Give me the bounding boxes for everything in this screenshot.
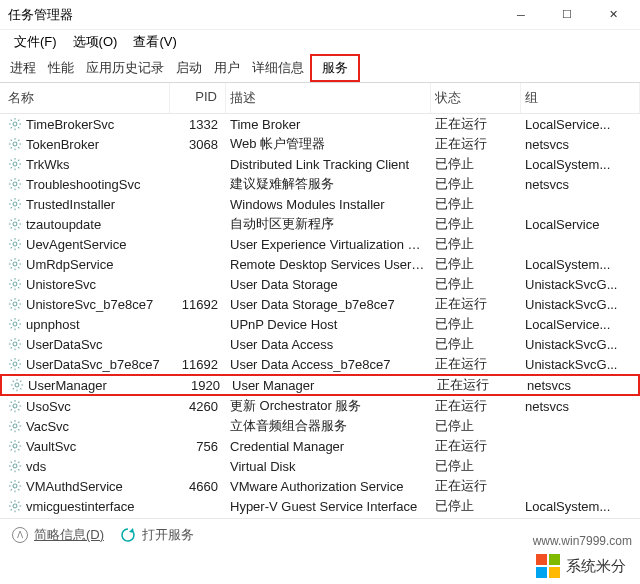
service-status: 正在运行 — [431, 355, 521, 373]
table-row[interactable]: VaultSvc756Credential Manager正在运行 — [0, 436, 640, 456]
service-status: 已停止 — [431, 335, 521, 353]
service-status: 已停止 — [431, 457, 521, 475]
fewer-details-label: 简略信息(D) — [34, 526, 104, 544]
titlebar[interactable]: 任务管理器 ─ ☐ ✕ — [0, 0, 640, 30]
svg-point-81 — [13, 302, 17, 306]
column-desc[interactable]: 描述 — [226, 83, 431, 113]
table-row[interactable]: UserDataSvcUser Data Access已停止UnistackSv… — [0, 334, 640, 354]
close-button[interactable]: ✕ — [590, 0, 636, 30]
service-pid: 756 — [170, 439, 226, 454]
svg-line-71 — [18, 260, 19, 261]
svg-point-153 — [13, 464, 17, 468]
service-name: UserDataSvc — [26, 337, 103, 352]
tab-users[interactable]: 用户 — [208, 54, 246, 82]
svg-line-17 — [18, 140, 19, 141]
service-desc: User Experience Virtualization Se... — [226, 237, 431, 252]
svg-line-122 — [13, 381, 14, 382]
table-row[interactable]: UserDataSvc_b7e8ce711692User Data Access… — [0, 354, 640, 374]
grid-header: 名称 PID 描述 状态 组 — [0, 83, 640, 114]
service-status: 已停止 — [431, 215, 521, 233]
table-row[interactable]: VacSvc立体音频组合器服务已停止 — [0, 416, 640, 436]
table-row[interactable]: UnistoreSvc_b7e8ce711692User Data Storag… — [0, 294, 640, 314]
table-row[interactable]: TimeBrokerSvc1332Time Broker正在运行LocalSer… — [0, 114, 640, 134]
svg-point-90 — [13, 322, 17, 326]
table-row[interactable]: UsoSvc4260更新 Orchestrator 服务正在运行netsvcs — [0, 396, 640, 416]
column-name[interactable]: 名称 — [0, 83, 170, 113]
gear-icon — [8, 257, 22, 271]
tab-details[interactable]: 详细信息 — [246, 54, 310, 82]
gear-icon — [8, 399, 22, 413]
svg-point-108 — [13, 362, 17, 366]
service-name: UserManager — [28, 378, 107, 393]
svg-line-59 — [11, 240, 12, 241]
svg-point-117 — [15, 383, 19, 387]
tab-app-history[interactable]: 应用历史记录 — [80, 54, 170, 82]
service-desc: Web 帐户管理器 — [226, 135, 431, 153]
service-pid: 11692 — [170, 357, 226, 372]
fewer-details-button[interactable]: ᐱ 简略信息(D) — [12, 526, 104, 544]
svg-line-6 — [18, 127, 19, 128]
tab-services[interactable]: 服务 — [310, 54, 360, 82]
svg-point-171 — [13, 504, 17, 508]
tab-bar: 进程 性能 应用历史记录 启动 用户 详细信息 服务 — [0, 54, 640, 83]
column-status[interactable]: 状态 — [431, 83, 521, 113]
svg-line-106 — [11, 347, 12, 348]
table-row[interactable]: TrustedInstallerWindows Modules Installe… — [0, 194, 640, 214]
service-status: 已停止 — [431, 497, 521, 515]
window-title: 任务管理器 — [8, 6, 73, 24]
table-row[interactable]: TokenBroker3068Web 帐户管理器正在运行netsvcs — [0, 134, 640, 154]
tab-startup[interactable]: 启动 — [170, 54, 208, 82]
svg-line-167 — [11, 482, 12, 483]
svg-point-162 — [13, 484, 17, 488]
column-pid[interactable]: PID — [170, 83, 226, 113]
tab-processes[interactable]: 进程 — [4, 54, 42, 82]
svg-line-142 — [11, 429, 12, 430]
svg-line-34 — [11, 187, 12, 188]
table-row[interactable]: UserManager1920User Manager正在运行netsvcs — [0, 374, 640, 396]
service-pid: 4660 — [170, 479, 226, 494]
svg-line-115 — [11, 367, 12, 368]
service-desc: Credential Manager — [226, 439, 431, 454]
svg-line-80 — [18, 280, 19, 281]
menu-options[interactable]: 选项(O) — [65, 31, 126, 53]
svg-line-134 — [18, 402, 19, 403]
service-pid: 3068 — [170, 137, 226, 152]
table-row[interactable]: VMAuthdService4660VMware Authorization S… — [0, 476, 640, 496]
service-status: 正在运行 — [431, 437, 521, 455]
menu-file[interactable]: 文件(F) — [6, 31, 65, 53]
service-status: 已停止 — [431, 315, 521, 333]
tab-performance[interactable]: 性能 — [42, 54, 80, 82]
table-row[interactable]: vdsVirtual Disk已停止 — [0, 456, 640, 476]
table-row[interactable]: tzautoupdate自动时区更新程序已停止LocalService — [0, 214, 640, 234]
service-desc: 更新 Orchestrator 服务 — [226, 397, 431, 415]
table-row[interactable]: TrkWksDistributed Link Tracking Client已停… — [0, 154, 640, 174]
svg-point-45 — [13, 222, 17, 226]
table-row[interactable]: UevAgentServiceUser Experience Virtualiz… — [0, 234, 640, 254]
column-group[interactable]: 组 — [521, 83, 640, 113]
table-row[interactable]: vmicguestinterfaceHyper-V Guest Service … — [0, 496, 640, 516]
svg-line-176 — [11, 502, 12, 503]
service-group: netsvcs — [523, 378, 638, 393]
svg-line-16 — [11, 147, 12, 148]
service-desc: User Data Storage — [226, 277, 431, 292]
svg-line-5 — [11, 120, 12, 121]
table-row[interactable]: UmRdpServiceRemote Desktop Services User… — [0, 254, 640, 274]
service-desc: User Data Access_b7e8ce7 — [226, 357, 431, 372]
open-services-button[interactable]: 打开服务 — [120, 526, 194, 544]
svg-line-52 — [11, 227, 12, 228]
table-row[interactable]: upnphostUPnP Device Host已停止LocalService.… — [0, 314, 640, 334]
maximize-button[interactable]: ☐ — [544, 0, 590, 30]
table-row[interactable]: UnistoreSvcUser Data Storage已停止UnistackS… — [0, 274, 640, 294]
svg-line-141 — [18, 429, 19, 430]
svg-line-125 — [20, 381, 21, 382]
service-name: TimeBrokerSvc — [26, 117, 114, 132]
menu-view[interactable]: 查看(V) — [125, 31, 184, 53]
minimize-button[interactable]: ─ — [498, 0, 544, 30]
gear-icon — [8, 419, 22, 433]
service-group: LocalSystem... — [521, 257, 640, 272]
service-group: netsvcs — [521, 177, 640, 192]
svg-line-158 — [11, 462, 12, 463]
svg-line-8 — [18, 120, 19, 121]
table-row[interactable]: TroubleshootingSvc建议疑难解答服务已停止netsvcs — [0, 174, 640, 194]
service-name: tzautoupdate — [26, 217, 101, 232]
